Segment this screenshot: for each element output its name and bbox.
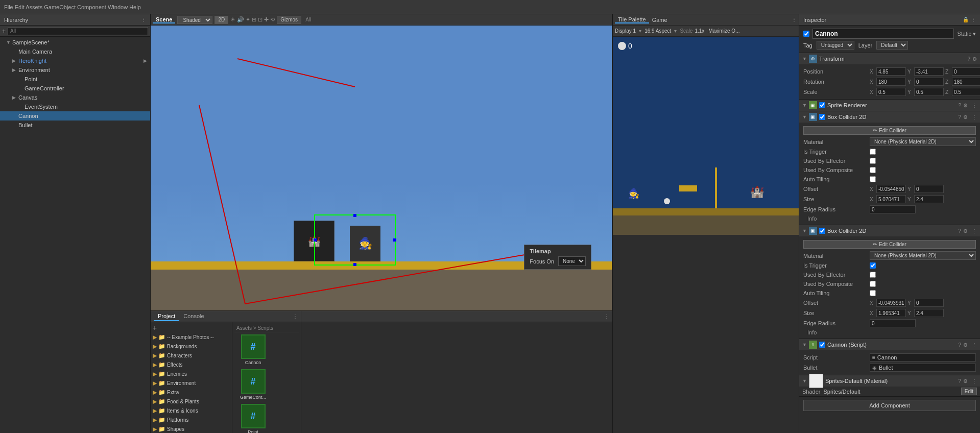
rot-x-input[interactable]: [876, 78, 906, 86]
tree-item-addbutton[interactable]: +: [151, 323, 232, 332]
pos-z-input[interactable]: [952, 67, 980, 76]
tab-project[interactable]: Project: [154, 312, 179, 321]
mat-help[interactable]: ?: [958, 378, 961, 384]
material-1-select[interactable]: None (Physics Material 2D): [870, 137, 976, 146]
tree-item-point[interactable]: Point: [0, 75, 150, 84]
scene-view[interactable]: 🏰 🧙: [151, 26, 612, 310]
file-item-gamecont[interactable]: # GameCont...: [236, 369, 270, 400]
scale-y-input[interactable]: [914, 88, 944, 96]
tree-item-itemsicons[interactable]: ▶ 📁 Items & Icons: [151, 406, 232, 415]
tree-item-foodplants[interactable]: ▶ 📁 Food & Plants: [151, 397, 232, 406]
edit-collider-2-btn[interactable]: ✏ Edit Collider: [803, 240, 976, 249]
tree-item-maincamera[interactable]: Main Camera: [0, 47, 150, 56]
tree-item-characters[interactable]: ▶ 📁 Characters: [151, 351, 232, 360]
bc2-gear[interactable]: ⚙: [963, 228, 968, 234]
transform-help[interactable]: ?: [967, 56, 970, 62]
cs-menu[interactable]: ⋮: [972, 342, 977, 348]
pos-y-input[interactable]: [914, 67, 944, 76]
tree-item-env[interactable]: ▶ 📁 Environment: [151, 378, 232, 388]
inspector-lock[interactable]: 🔒: [963, 17, 969, 22]
scene-icon1[interactable]: ⊞: [252, 16, 256, 23]
scene-icon3[interactable]: ✚: [264, 16, 269, 23]
mat-menu[interactable]: ⋮: [972, 378, 977, 384]
object-name-input[interactable]: [812, 29, 954, 39]
tag-select[interactable]: Untagged: [817, 41, 854, 50]
focus-on-select[interactable]: None: [558, 256, 586, 266]
tree-item-effects[interactable]: ▶ 📁 Effects: [151, 360, 232, 369]
bc1-gear[interactable]: ⚙: [963, 114, 968, 120]
used-by-composite-1-checkbox[interactable]: [870, 167, 876, 173]
offset-y-input[interactable]: [914, 185, 944, 193]
cs-help[interactable]: ?: [958, 342, 961, 348]
add-component-button[interactable]: Add Component: [803, 400, 976, 411]
2d-button[interactable]: 2D: [214, 16, 228, 24]
panel-options[interactable]: ⋮: [792, 17, 797, 22]
tree-item-bullet[interactable]: Bullet: [0, 121, 150, 130]
size-x-input[interactable]: [876, 195, 906, 203]
size-y-input[interactable]: [914, 195, 944, 203]
bc1-active-checkbox[interactable]: [819, 114, 825, 120]
hierarchy-options[interactable]: ⋮: [141, 17, 146, 22]
tree-item-gamecontroller[interactable]: GameController: [0, 84, 150, 93]
mat-gear[interactable]: ⚙: [963, 378, 968, 384]
transform-gear[interactable]: ⚙: [972, 56, 977, 62]
material-2-select[interactable]: None (Physics Material 2D): [870, 251, 976, 260]
object-active-checkbox[interactable]: [803, 31, 809, 37]
audio-icon[interactable]: 🔊: [237, 16, 244, 23]
transform-header[interactable]: ▼ ⊕ Transform ? ⚙: [799, 53, 980, 64]
cs-gear[interactable]: ⚙: [963, 342, 968, 348]
fx-icon[interactable]: ✦: [246, 16, 250, 23]
tree-item-example[interactable]: ▶ 📁 -- Example Photos --: [151, 332, 232, 342]
rot-y-input[interactable]: [914, 78, 944, 86]
auto-tiling-1-checkbox[interactable]: [870, 176, 876, 182]
scene-icon4[interactable]: ⟲: [270, 16, 275, 23]
inspector-options[interactable]: ⋮: [971, 17, 976, 22]
layer-select[interactable]: Default: [876, 41, 908, 50]
pos-x-input[interactable]: [876, 67, 906, 76]
box-collider-2-header[interactable]: ▼ ▣ Box Collider 2D ? ⚙ ⋮: [799, 225, 980, 236]
bc1-menu[interactable]: ⋮: [972, 114, 977, 120]
sprite-menu[interactable]: ⋮: [972, 103, 977, 108]
tree-item-cannon[interactable]: Cannon: [0, 111, 150, 121]
tree-item-platforms[interactable]: ▶ 📁 Platforms: [151, 415, 232, 424]
box-collider-1-header[interactable]: ▼ ▣ Box Collider 2D ? ⚙ ⋮: [799, 111, 980, 123]
project-options[interactable]: ⋮: [293, 314, 298, 319]
bc2-menu[interactable]: ⋮: [972, 228, 977, 234]
rot-z-input[interactable]: [952, 78, 980, 86]
file-item-point[interactable]: # Point: [236, 404, 270, 433]
tree-item-environment[interactable]: ▶ Environment: [0, 65, 150, 75]
sprite-gear[interactable]: ⚙: [963, 103, 968, 108]
size2-y-input[interactable]: [914, 309, 944, 317]
cs-active-checkbox[interactable]: [819, 342, 825, 348]
tile-palette-tab[interactable]: Tile Palette: [615, 16, 649, 23]
offset2-y-input[interactable]: [914, 299, 944, 307]
scene-icon2[interactable]: ⊡: [258, 16, 262, 23]
is-trigger-2-checkbox[interactable]: [870, 262, 876, 269]
tree-item-extra[interactable]: ▶ 📁 Extra: [151, 388, 232, 397]
file-item-cannon[interactable]: # Cannon: [236, 334, 270, 365]
tree-item-enemies[interactable]: ▶ 📁 Enemies: [151, 369, 232, 378]
sprite-active-checkbox[interactable]: [819, 102, 825, 108]
bullet-ref[interactable]: ◉ Bullet: [870, 364, 976, 372]
sprite-help[interactable]: ?: [958, 103, 961, 108]
edge-radius-1-input[interactable]: [870, 205, 916, 213]
game-tab[interactable]: Game: [649, 17, 671, 23]
bc1-help[interactable]: ?: [958, 114, 961, 120]
size2-x-input[interactable]: [876, 309, 906, 317]
offset2-x-input[interactable]: [876, 299, 906, 307]
used-by-composite-2-checkbox[interactable]: [870, 281, 876, 287]
scale-z-input[interactable]: [952, 88, 980, 96]
tree-item-canvas[interactable]: ▶ Canvas: [0, 93, 150, 102]
bc2-active-checkbox[interactable]: [819, 228, 825, 234]
tree-item-eventsystem[interactable]: EventSystem: [0, 102, 150, 111]
bc2-help[interactable]: ?: [958, 228, 961, 234]
gizmos-button[interactable]: Gizmos: [277, 16, 301, 24]
shader-edit-btn[interactable]: Edit: [961, 388, 977, 395]
app-menu[interactable]: File Edit Assets GameObject Component Wi…: [0, 4, 145, 10]
auto-tiling-2-checkbox[interactable]: [870, 290, 876, 296]
edit-collider-1-btn[interactable]: ✏ Edit Collider: [803, 126, 976, 135]
sprite-renderer-header[interactable]: ▼ ▣ Sprite Renderer ? ⚙ ⋮: [799, 100, 980, 111]
cannon-script-header[interactable]: ▼ # Cannon (Script) ? ⚙ ⋮: [799, 339, 980, 350]
material-header[interactable]: ▼ Sprites-Default (Material) ? ⚙ ⋮: [799, 375, 980, 387]
scene-tab[interactable]: Scene: [153, 16, 175, 23]
